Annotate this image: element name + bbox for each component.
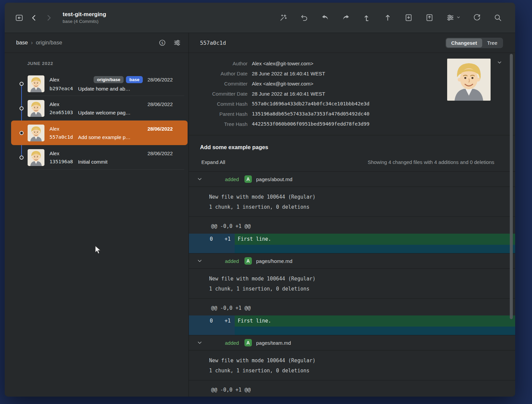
meta-value: 557a0c1d696a433db27a4b0fc34ce101bbb42e3d	[252, 101, 369, 106]
pull-arrow-icon	[363, 13, 371, 22]
commit-short-hash: 135196a8	[49, 159, 73, 164]
hunk-header: @@ -0,0 +1 @@	[189, 299, 515, 315]
file-mode-line: New file with mode 100644 (Regular)	[209, 192, 515, 202]
push-arrow-icon	[384, 13, 392, 22]
breadcrumb-branch[interactable]: base	[16, 40, 28, 46]
undo-arrow-icon	[300, 13, 308, 22]
commit-short-hash: 557a0c1d	[49, 134, 73, 140]
commit-row[interactable]: Alex 28/06/2022 557a0c1d Add some exampl…	[11, 121, 188, 145]
compare-button[interactable]: $	[158, 38, 167, 47]
forward-button[interactable]	[44, 13, 54, 23]
diff-line-content: First line.	[235, 234, 515, 245]
file-header[interactable]: added A pages/team.md	[189, 335, 515, 350]
file-stats-line: 1 chunk, 1 insertion, 0 deletions	[209, 366, 515, 376]
commit-avatar	[28, 149, 44, 166]
apply-stash-button[interactable]	[425, 13, 434, 23]
commit-author: Alex	[49, 126, 59, 132]
refresh-button[interactable]	[472, 13, 481, 23]
scrollbar-thumb[interactable]	[510, 54, 513, 319]
diff-lines: 0+1First line.	[189, 234, 515, 253]
branch-badges: origin/basebase	[94, 76, 143, 83]
commit-sidebar: base › origin/base $	[5, 33, 189, 397]
file-path: pages/home.md	[256, 258, 293, 264]
chevron-down-icon[interactable]	[197, 176, 203, 182]
diff-line-content: First line.	[235, 315, 515, 327]
filter-dropdown[interactable]	[445, 13, 461, 23]
tab-tree[interactable]: Tree	[482, 38, 502, 47]
meta-value: Alex <alex@git-tower.com>	[252, 81, 313, 87]
commit-row[interactable]: Alex 28/06/2022 135196a8 Initial commit	[11, 145, 188, 170]
commit-meta: Author Alex <alex@git-tower.com> Author …	[189, 53, 515, 135]
checkout-arrow-icon	[321, 13, 329, 22]
file-info: New file with mode 100644 (Regular) 1 ch…	[189, 350, 515, 380]
titlebar: test-git-merging base (4 Commits)	[5, 3, 515, 33]
diff-lines: 0+1First line.	[189, 315, 515, 335]
file-stats-line: 1 chunk, 1 insertion, 0 deletions	[209, 284, 515, 294]
branch-badge[interactable]: origin/base	[94, 76, 124, 83]
diff-tail-gutter	[189, 245, 235, 253]
chevron-down-icon[interactable]	[197, 340, 203, 346]
file-list: added A pages/about.md New file with mod…	[189, 171, 515, 397]
file-status-badge: A	[244, 175, 252, 183]
meta-value: 28 June 2022 at 16:40:41 WEST	[252, 91, 325, 97]
repo-switch-icon	[15, 13, 24, 22]
commit-message: Initial commit	[78, 159, 108, 165]
commit-avatar	[28, 75, 44, 92]
main-split: base › origin/base $	[5, 33, 515, 397]
history-options-button[interactable]	[172, 38, 182, 47]
chevron-down-icon	[456, 15, 461, 21]
diff-line-added: 0+1First line.	[189, 234, 515, 245]
file-header[interactable]: added A pages/home.md	[189, 253, 515, 269]
sidebar-header: base › origin/base $	[5, 33, 189, 53]
commit-date: 28/06/2022	[147, 150, 173, 156]
date-section-header: JUNE 2022	[27, 61, 189, 66]
file-status: added	[225, 340, 239, 346]
commit-message: Update home and ab…	[78, 86, 130, 92]
diff-tail-gutter	[189, 327, 235, 335]
commit-row[interactable]: Alex origin/basebase 28/06/2022 b297eac4…	[11, 71, 188, 96]
hunk-header: @@ -0,0 +1 @@	[189, 217, 515, 234]
merge-arrow-icon	[342, 13, 350, 22]
commit-history: JUNE 2022 Alex origin/basebase 28/06/202…	[5, 53, 189, 397]
checkout-button[interactable]	[320, 13, 330, 23]
meta-label: Committer	[189, 81, 247, 87]
expand-all-button[interactable]: Expand All	[201, 159, 225, 165]
file-mode-line: New file with mode 100644 (Regular)	[209, 356, 515, 366]
branch-badge[interactable]: base	[126, 76, 143, 83]
commit-message-block: Add some example pages Expand All Showin…	[189, 135, 515, 171]
file-section: added A pages/team.md New file with mode…	[189, 335, 515, 397]
old-line-number: 0	[189, 234, 218, 245]
file-status-badge: A	[244, 339, 252, 346]
merge-button[interactable]	[341, 13, 351, 23]
file-mode-line: New file with mode 100644 (Regular)	[209, 274, 515, 284]
quick-actions-button[interactable]	[278, 13, 288, 23]
commit-row[interactable]: Alex 28/06/2022 2ea65103 Update welcome …	[11, 96, 188, 121]
chevron-down-icon[interactable]	[197, 258, 203, 264]
diff-tail-content	[235, 245, 515, 253]
detail-header: 557a0c1d Changeset Tree	[189, 33, 515, 53]
diff-line-added: 0+1First line.	[189, 315, 515, 327]
commit-message: Update welcome pag…	[78, 110, 131, 115]
back-button[interactable]	[29, 13, 39, 23]
tab-changeset[interactable]: Changeset	[446, 38, 482, 47]
dollar-circle-icon: $	[158, 39, 166, 47]
file-info: New file with mode 100644 (Regular) 1 ch…	[189, 269, 515, 299]
window-subtitle: base (4 Commits)	[63, 19, 106, 25]
diff-tail-row	[189, 245, 515, 253]
push-button[interactable]	[383, 13, 392, 23]
file-header[interactable]: added A pages/about.md	[189, 171, 515, 187]
breadcrumb-remote[interactable]: origin/base	[36, 40, 62, 46]
stash-tray-up-icon	[425, 13, 434, 22]
timeline-node-icon	[20, 82, 24, 86]
meta-collapse-chevron-icon[interactable]	[497, 60, 502, 67]
timeline-node-icon	[20, 106, 24, 110]
stash-button[interactable]	[404, 13, 413, 23]
undo-button[interactable]	[299, 13, 309, 23]
commit-date: 28/06/2022	[147, 77, 173, 82]
app-window: test-git-merging base (4 Commits)	[5, 3, 515, 397]
view-switcher: Changeset Tree	[445, 38, 503, 48]
pull-button[interactable]	[362, 13, 371, 23]
repo-switch-button[interactable]	[14, 13, 24, 23]
search-button[interactable]	[493, 13, 502, 23]
file-status: added	[225, 176, 239, 182]
